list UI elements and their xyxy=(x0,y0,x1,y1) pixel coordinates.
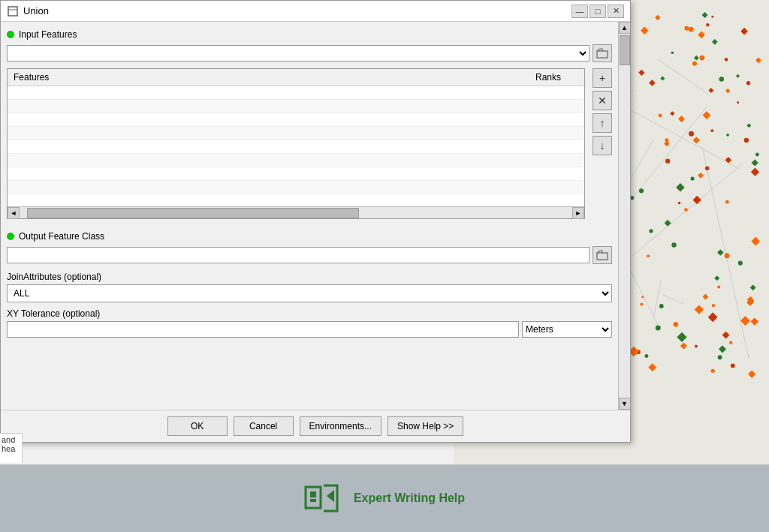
dialog-icon xyxy=(7,5,19,17)
brand-text-container: Expert Writing Help xyxy=(354,491,465,505)
bottom-strip: Expert Writing Help xyxy=(0,464,769,532)
dialog-footer: OK Cancel Environments... Show Help >> xyxy=(1,410,630,442)
join-attributes-label: JoinAttributes (optional) xyxy=(7,272,612,282)
v-scroll-thumb[interactable] xyxy=(620,35,630,65)
scroll-down-arrow[interactable]: ▼ xyxy=(619,398,631,410)
scroll-right-arrow[interactable]: ► xyxy=(572,207,584,219)
xy-tolerance-unit-select[interactable]: Meters Feet Kilometers Miles xyxy=(522,321,612,338)
output-feature-class-input[interactable] xyxy=(7,247,590,263)
dialog-title: Union xyxy=(23,5,571,17)
xy-tolerance-label: XY Tolerance (optional) xyxy=(7,308,612,319)
input-features-indicator xyxy=(7,31,14,38)
horizontal-scrollbar[interactable]: ◄ ► xyxy=(8,206,584,218)
input-features-label: Input Features xyxy=(19,29,77,40)
table-row xyxy=(8,181,584,194)
maximize-button[interactable]: □ xyxy=(590,5,606,18)
output-feature-class-label-row: Output Feature Class xyxy=(7,231,612,242)
features-table-col: Features Ranks xyxy=(7,68,585,225)
cancel-button[interactable]: Cancel xyxy=(234,416,294,436)
dialog-content: Input Features xyxy=(1,22,630,410)
join-attributes-section: JoinAttributes (optional) ALL NO_FID ONL… xyxy=(7,272,612,302)
brand-logo-icon xyxy=(304,479,342,517)
join-attributes-select[interactable]: ALL NO_FID ONLY_FID xyxy=(7,284,612,302)
table-row xyxy=(8,100,584,113)
vertical-scrollbar[interactable]: ▲ ▼ xyxy=(618,22,630,410)
svg-rect-2 xyxy=(597,51,608,58)
title-bar: Union — □ ✕ xyxy=(1,1,630,22)
scroll-up-arrow[interactable]: ▲ xyxy=(619,22,631,34)
xy-tolerance-section: XY Tolerance (optional) Meters Feet Kilo… xyxy=(7,308,612,338)
input-features-select[interactable] xyxy=(7,45,590,62)
table-side-buttons: + ✕ ↑ ↓ xyxy=(593,68,612,155)
bottom-text-line2: hea xyxy=(2,444,15,453)
output-feature-class-section: Output Feature Class xyxy=(7,231,612,264)
output-feature-class-indicator xyxy=(7,233,14,240)
output-browse-button[interactable] xyxy=(593,246,612,264)
remove-row-button[interactable]: ✕ xyxy=(593,91,612,110)
show-help-button[interactable]: Show Help >> xyxy=(388,416,463,436)
input-features-input-row xyxy=(7,44,612,62)
move-up-button[interactable]: ↑ xyxy=(593,113,612,133)
svg-rect-6 xyxy=(310,499,316,502)
table-row xyxy=(8,154,584,167)
features-table-body xyxy=(8,86,584,206)
table-row xyxy=(8,113,584,127)
add-row-button[interactable]: + xyxy=(593,68,612,88)
bottom-text-line1: and xyxy=(2,435,15,444)
title-bar-controls: — □ ✕ xyxy=(571,5,624,18)
minimize-button[interactable]: — xyxy=(571,5,588,18)
features-table-header: Features Ranks xyxy=(8,69,584,86)
svg-rect-5 xyxy=(310,491,316,497)
h-scroll-thumb[interactable] xyxy=(27,208,359,218)
features-table-row: Features Ranks xyxy=(7,68,612,225)
features-table: Features Ranks xyxy=(7,68,585,219)
union-dialog: Union — □ ✕ Input Features xyxy=(0,0,631,443)
h-scroll-track xyxy=(20,207,572,218)
svg-rect-3 xyxy=(597,253,608,260)
table-row xyxy=(8,86,584,100)
output-feature-class-label: Output Feature Class xyxy=(19,231,104,242)
table-row xyxy=(8,167,584,181)
brand-name: Expert Writing Help xyxy=(354,491,465,505)
input-features-section: Input Features xyxy=(7,29,612,225)
left-panel: Input Features xyxy=(1,22,618,410)
move-down-button[interactable]: ↓ xyxy=(593,136,612,155)
bottom-left-text: and hea xyxy=(0,433,23,463)
close-button[interactable]: ✕ xyxy=(608,5,624,18)
features-col-header: Features xyxy=(14,72,518,83)
output-input-row xyxy=(7,246,612,264)
svg-rect-0 xyxy=(8,7,17,16)
scroll-left-arrow[interactable]: ◄ xyxy=(8,207,20,219)
ok-button[interactable]: OK xyxy=(167,416,228,436)
table-row xyxy=(8,127,584,140)
v-scroll-track xyxy=(619,34,630,398)
input-features-label-row: Input Features xyxy=(7,29,612,40)
input-features-browse-button[interactable] xyxy=(593,44,612,62)
ranks-col-header: Ranks xyxy=(518,72,578,83)
table-row xyxy=(8,140,584,154)
xy-tolerance-row: Meters Feet Kilometers Miles xyxy=(7,321,612,338)
xy-tolerance-input[interactable] xyxy=(7,321,519,338)
environments-button[interactable]: Environments... xyxy=(300,416,381,436)
